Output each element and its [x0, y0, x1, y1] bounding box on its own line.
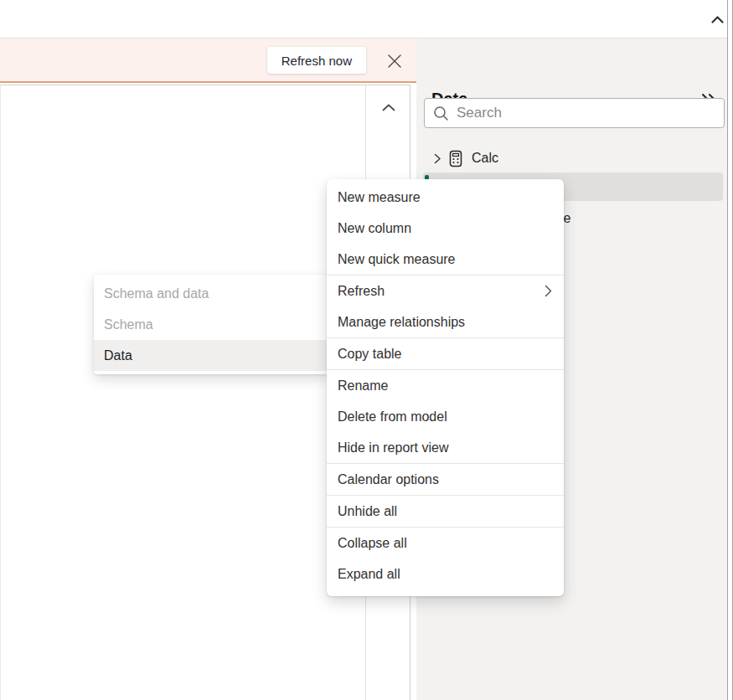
- menu-item-label: Hide in report view: [338, 440, 449, 456]
- search-icon: [433, 106, 449, 121]
- tree-item-label: Calc: [470, 151, 498, 166]
- close-icon: [387, 54, 402, 69]
- collapse-ribbon-button[interactable]: [709, 12, 725, 27]
- menu-item-collapse-all[interactable]: Collapse all: [327, 528, 564, 558]
- menu-item-label: Unhide all: [338, 504, 397, 519]
- scroll-up-button[interactable]: [380, 100, 397, 114]
- menu-item-rename[interactable]: Rename: [327, 370, 564, 401]
- menu-item-label: Collapse all: [338, 536, 407, 551]
- refresh-submenu: Schema and data Schema Data: [94, 275, 328, 374]
- menu-item-label: Schema and data: [104, 286, 209, 301]
- table-context-menu: New measure New column New quick measure…: [327, 179, 564, 596]
- menu-item-calendar-options[interactable]: Calendar options: [327, 464, 564, 495]
- powerbi-window: Refresh now Data: [0, 0, 733, 700]
- calculation-group-icon: [447, 150, 464, 167]
- ribbon-strip: [0, 0, 733, 39]
- menu-item-label: Expand all: [338, 567, 400, 582]
- menu-item-data[interactable]: Data: [94, 340, 328, 371]
- menu-item-schema-and-data[interactable]: Schema and data: [94, 278, 328, 309]
- menu-item-label: Manage relationships: [338, 315, 465, 330]
- menu-item-new-quick-measure[interactable]: New quick measure: [327, 244, 564, 275]
- menu-item-hide-in-report-view[interactable]: Hide in report view: [327, 432, 564, 463]
- menu-item-label: New measure: [338, 190, 421, 205]
- menu-item-label: Copy table: [338, 347, 402, 362]
- refresh-now-button[interactable]: Refresh now: [267, 47, 366, 74]
- menu-item-label: Rename: [338, 378, 388, 394]
- refresh-notification-bar: Refresh now: [0, 39, 416, 83]
- menu-item-new-column[interactable]: New column: [327, 213, 564, 244]
- menu-item-delete-from-model[interactable]: Delete from model: [327, 401, 564, 432]
- menu-item-new-measure[interactable]: New measure: [327, 182, 564, 213]
- tree-item-calc[interactable]: Calc: [416, 144, 727, 172]
- menu-item-refresh[interactable]: Refresh: [327, 275, 564, 306]
- menu-item-unhide-all[interactable]: Unhide all: [327, 496, 564, 527]
- close-notification-button[interactable]: [385, 51, 405, 71]
- menu-item-label: Schema: [104, 317, 153, 332]
- menu-item-label: New quick measure: [338, 252, 456, 267]
- menu-item-label: New column: [338, 221, 411, 236]
- field-search-box[interactable]: [424, 98, 725, 128]
- chevron-up-icon: [382, 104, 395, 111]
- window-edge-scrollbar[interactable]: [727, 0, 733, 700]
- chevron-right-icon[interactable]: [434, 153, 441, 164]
- menu-item-manage-relationships[interactable]: Manage relationships: [327, 306, 564, 337]
- chevron-up-icon: [711, 16, 724, 23]
- search-input[interactable]: [457, 105, 715, 121]
- menu-item-copy-table[interactable]: Copy table: [327, 338, 564, 369]
- submenu-chevron-right-icon: [545, 285, 552, 297]
- menu-item-label: Delete from model: [338, 409, 447, 425]
- menu-item-label: Refresh: [338, 284, 385, 299]
- menu-item-expand-all[interactable]: Expand all: [327, 558, 564, 589]
- menu-item-schema[interactable]: Schema: [94, 309, 328, 340]
- menu-item-label: Data: [104, 348, 132, 363]
- menu-item-label: Calendar options: [338, 472, 439, 487]
